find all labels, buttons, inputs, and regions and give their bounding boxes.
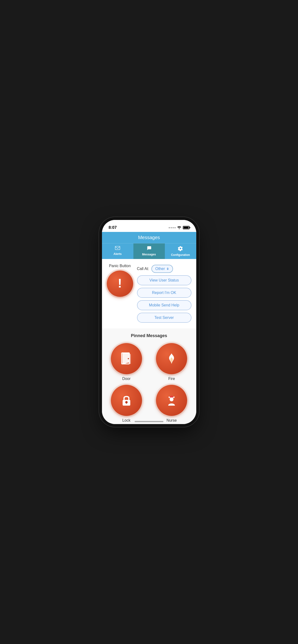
- status-time: 8:07: [109, 225, 117, 230]
- lock-circle: [111, 385, 142, 416]
- pinned-item-nurse[interactable]: Nurse: [151, 385, 192, 422]
- panic-left: Panic Button !: [107, 264, 133, 297]
- tab-alerts-label: Alerts: [113, 252, 122, 256]
- pinned-item-door[interactable]: Door: [106, 343, 147, 381]
- battery-icon: [183, 226, 190, 229]
- svg-rect-11: [170, 396, 174, 398]
- tab-bar: Alerts Messages Configuration: [102, 243, 196, 259]
- door-circle: [111, 343, 142, 374]
- report-im-ok-button[interactable]: Report I'm OK: [137, 288, 192, 298]
- tab-messages[interactable]: Messages: [133, 244, 165, 259]
- home-indicator: [135, 421, 163, 422]
- panic-label: Panic Button: [109, 264, 131, 268]
- call-at-row: Call At: Other: [137, 265, 192, 273]
- email-icon: [115, 246, 120, 251]
- call-at-dropdown[interactable]: Other: [152, 265, 173, 273]
- tab-messages-label: Messages: [142, 253, 156, 256]
- app-header-title: Messages: [138, 235, 160, 240]
- svg-point-0: [179, 228, 180, 229]
- pinned-section: Pinned Messages: [102, 328, 196, 424]
- status-icons: [169, 226, 190, 230]
- phone-frame: 8:07 Messages: [102, 220, 196, 424]
- call-at-label: Call At:: [137, 267, 149, 271]
- pinned-nurse-label: Nurse: [167, 418, 177, 422]
- pinned-lock-label: Lock: [122, 418, 130, 422]
- call-at-value: Other: [155, 267, 165, 271]
- main-content: Panic Button ! Call At: Other View User …: [102, 259, 196, 424]
- pinned-item-lock[interactable]: Lock: [106, 385, 147, 422]
- nurse-circle: [156, 385, 187, 416]
- panic-section: Panic Button ! Call At: Other View User …: [102, 259, 196, 328]
- svg-point-6: [128, 358, 129, 360]
- pinned-messages-title: Pinned Messages: [106, 333, 192, 338]
- fire-circle: [156, 343, 187, 374]
- mobile-send-help-button[interactable]: Mobile Send Help: [137, 300, 192, 310]
- test-server-button[interactable]: Test Server: [137, 313, 192, 323]
- chat-icon: [146, 246, 152, 252]
- wifi-icon: [177, 226, 181, 230]
- status-bar: 8:07: [102, 220, 196, 232]
- tab-configuration-label: Configuration: [171, 253, 190, 256]
- signal-dots-icon: [169, 227, 176, 228]
- exclamation-icon: !: [118, 277, 122, 290]
- pinned-grid: Door Fire: [106, 343, 192, 422]
- tab-configuration[interactable]: Configuration: [165, 244, 196, 259]
- panic-right: Call At: Other View User Status Report I…: [137, 264, 192, 323]
- svg-point-12: [170, 398, 174, 401]
- svg-rect-9: [126, 402, 127, 404]
- pinned-fire-label: Fire: [168, 376, 175, 381]
- app-header: Messages: [102, 232, 196, 243]
- panic-button[interactable]: !: [107, 270, 133, 297]
- svg-rect-1: [115, 246, 120, 250]
- view-user-status-button[interactable]: View User Status: [137, 275, 192, 285]
- gear-icon: [178, 246, 183, 252]
- pinned-door-label: Door: [122, 376, 130, 381]
- pinned-item-fire[interactable]: Fire: [151, 343, 192, 381]
- tab-alerts[interactable]: Alerts: [102, 244, 133, 259]
